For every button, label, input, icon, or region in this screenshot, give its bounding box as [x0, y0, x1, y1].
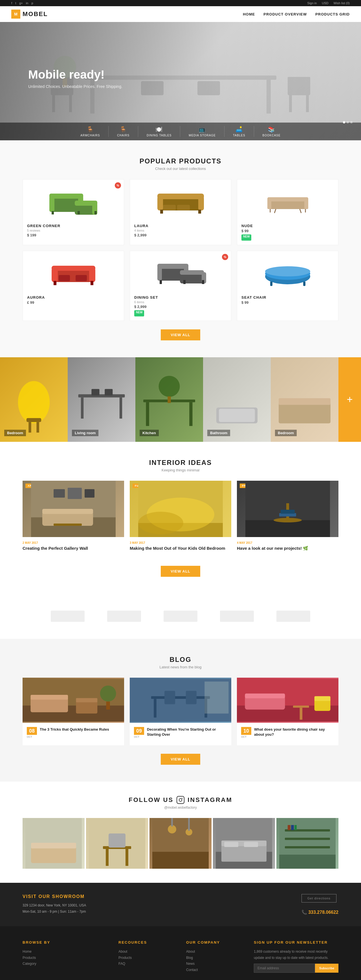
room-gallery-plus[interactable]: +: [339, 357, 361, 442]
top-bar: f t g+ in p Sign in USD Wish list (0): [0, 0, 361, 6]
instagram-section: FOLLOW US INSTAGRAM @mobel.wobelfactory: [0, 782, 361, 883]
idea-card-kids-bedroom[interactable]: FURNITURE 3 MAY 2017 Making the Most Out…: [130, 481, 231, 557]
get-directions-button[interactable]: Get directions: [302, 894, 337, 902]
svg-rect-120: [300, 708, 302, 720]
signin-link[interactable]: Sign in: [307, 2, 317, 5]
category-media-storage[interactable]: 📺 MEDIA STORAGE: [180, 126, 225, 137]
svg-rect-139: [188, 818, 190, 830]
newsletter-subscribe-button[interactable]: Subscribe: [315, 964, 339, 973]
products-view-all-button[interactable]: VIEW ALL: [161, 329, 200, 340]
instagram-image-5[interactable]: [276, 818, 339, 869]
product-card-nude[interactable]: NUDE $ 99 NEW: [237, 179, 339, 245]
svg-rect-17: [50, 196, 54, 212]
googleplus-icon[interactable]: g+: [19, 2, 23, 5]
dot-1[interactable]: [343, 121, 345, 123]
nav-products-grid[interactable]: PRODUCTS GRID: [315, 12, 350, 16]
category-dining-tables[interactable]: 🍽️ DINING TABLES: [138, 126, 180, 137]
svg-rect-112: [165, 691, 175, 704]
product-price: $ 99: [241, 301, 334, 305]
footer-col-title: OUR COMPANY: [186, 940, 243, 945]
projects-svg: [237, 481, 339, 537]
footer-link-category[interactable]: Category: [22, 961, 107, 967]
footer-link-blog[interactable]: Blog: [186, 955, 243, 961]
footer-link-contact[interactable]: Contact: [186, 967, 243, 973]
hero-title: Mobile ready!: [28, 68, 122, 81]
twitter-icon[interactable]: t: [15, 2, 16, 5]
svg-rect-147: [279, 854, 335, 869]
product-card-laura[interactable]: LAURA 4 items $ 2,999: [130, 179, 231, 245]
product-card-aurora[interactable]: AURORA £ 99: [22, 251, 124, 321]
blog-date-number: 10 OCT: [241, 727, 251, 738]
svg-rect-145: [244, 842, 258, 847]
product-name: DINING SET: [134, 295, 227, 299]
room-living[interactable]: Living room: [68, 357, 136, 442]
footer-link-news[interactable]: News: [186, 961, 243, 967]
category-armchairs[interactable]: 🪑 ARMCHAIRS: [72, 126, 109, 137]
footer-link-home[interactable]: Home: [22, 949, 107, 955]
svg-rect-2: [267, 80, 271, 113]
facebook-icon[interactable]: f: [11, 2, 12, 5]
instagram-image-4[interactable]: [213, 818, 275, 869]
instagram-handle: @mobel.wobelfactory: [22, 806, 339, 810]
nav-home[interactable]: HOME: [243, 12, 255, 16]
ideas-view-all-button[interactable]: VIEW ALL: [161, 566, 200, 577]
blog-view-all-button[interactable]: VIEW ALL: [161, 754, 200, 765]
logo[interactable]: M MOBEL: [11, 10, 48, 19]
blog-date-box: 10 OCT What does your favorite dining ch…: [241, 727, 334, 738]
pinterest-icon[interactable]: p: [31, 2, 33, 5]
footer-link-about[interactable]: About: [118, 949, 175, 955]
category-tables[interactable]: 🛋️ TABLES: [225, 126, 254, 137]
svg-rect-77: [168, 396, 171, 403]
footer-link-products[interactable]: Products: [118, 955, 175, 961]
currency-link[interactable]: USD: [322, 2, 328, 5]
svg-rect-113: [186, 691, 196, 704]
brand-logo-2: [107, 611, 141, 622]
instagram-icon: [176, 796, 185, 804]
svg-point-64: [18, 381, 50, 423]
linkedin-icon[interactable]: in: [26, 2, 29, 5]
category-chairs[interactable]: 🪑 CHAIRS: [109, 126, 138, 137]
svg-rect-128: [31, 843, 76, 848]
room-bedroom-warm[interactable]: Bedroom: [271, 357, 339, 442]
svg-rect-72: [105, 389, 113, 396]
svg-rect-48: [91, 281, 93, 285]
category-bookcase[interactable]: 📚 BOOKCASE: [254, 126, 289, 137]
footer-link-about[interactable]: About: [186, 949, 243, 955]
product-card-green-corner[interactable]: % GREEN CORNER 5 reviews: [22, 179, 124, 245]
blog-card-dining-chair[interactable]: 10 OCT What does your favorite dining ch…: [237, 678, 339, 745]
svg-rect-88: [68, 488, 82, 499]
products-subtitle: Check out our latest collections: [22, 167, 339, 171]
instagram-image-2[interactable]: [86, 818, 148, 869]
idea-date: 2 MAY 2017: [22, 541, 124, 544]
instagram-grid: [22, 818, 339, 869]
nav-product-overview[interactable]: PRODUCT OVERVIEW: [264, 12, 307, 16]
room-kitchen[interactable]: Kitchen: [136, 357, 203, 442]
idea-card-gallery-wall[interactable]: ARCHITECTURE: [22, 481, 124, 557]
product-price: $ 99: [241, 229, 334, 233]
showroom-actions: Get directions 📞 333.278.06622: [302, 894, 339, 915]
svg-rect-67: [37, 422, 39, 433]
product-name: SEAT CHAIR: [241, 295, 334, 299]
wishlist-link[interactable]: Wish list (0): [334, 2, 350, 5]
instagram-image-1[interactable]: [22, 818, 85, 869]
svg-rect-8: [288, 77, 310, 83]
product-card-dining-set[interactable]: % DINING SET 6 items: [130, 251, 231, 321]
svg-rect-62: [270, 282, 272, 286]
dot-2[interactable]: [347, 121, 349, 123]
footer-link-products[interactable]: Products: [22, 955, 107, 961]
footer-link-faq[interactable]: FAQ: [118, 961, 175, 967]
blog-card-tricks[interactable]: 08 OCT The 3 Tricks that Quickly Became …: [22, 678, 124, 745]
logo-icon: M: [11, 10, 20, 19]
dot-3[interactable]: [350, 121, 353, 123]
room-bedroom-yellow[interactable]: Bedroom: [0, 357, 68, 442]
social-links[interactable]: f t g+ in p: [11, 2, 35, 5]
newsletter-email-input[interactable]: [254, 964, 315, 973]
idea-card-new-projects[interactable]: PROJECTS 4 MAY 2017 Have a look at: [237, 481, 339, 557]
instagram-image-3[interactable]: [150, 818, 211, 869]
product-card-seat-chair[interactable]: SEAT CHAIR $ 99: [237, 251, 339, 321]
svg-rect-23: [78, 211, 80, 215]
room-bathroom[interactable]: Bathroom: [203, 357, 271, 442]
blog-card-decorating[interactable]: 09 OCT Decorating When You're Starting O…: [130, 678, 231, 745]
showroom-info-block: VISIT OUR SHOWROOM 329 1234 door, New Yo…: [22, 894, 86, 915]
svg-point-76: [159, 376, 180, 397]
